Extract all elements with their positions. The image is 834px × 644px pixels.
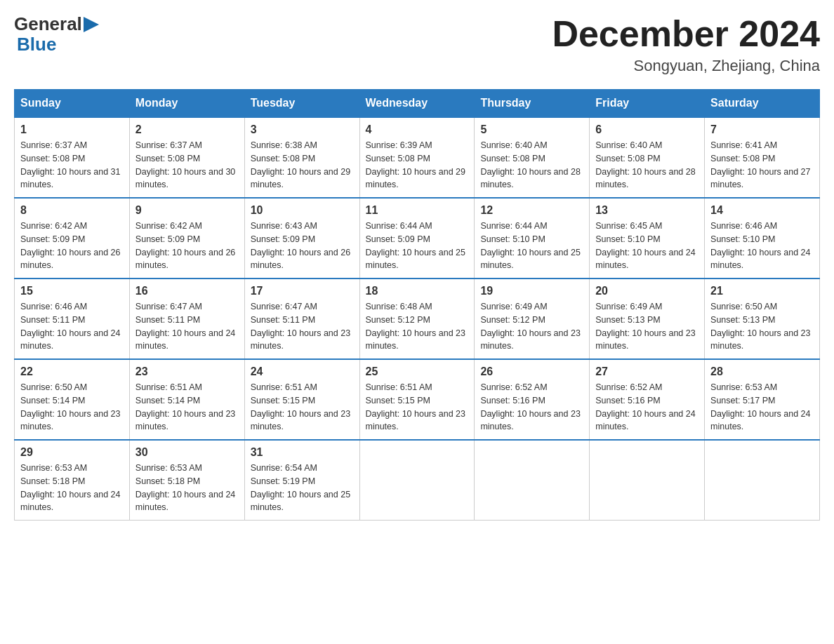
daylight-label: Daylight: 10 hours and 24 minutes. (710, 248, 810, 271)
day-info: Sunrise: 6:40 AM Sunset: 5:08 PM Dayligh… (595, 139, 699, 192)
day-number: 21 (710, 285, 814, 297)
day-info: Sunrise: 6:45 AM Sunset: 5:10 PM Dayligh… (595, 220, 699, 272)
logo: General Blue (14, 14, 99, 54)
sunrise-label: Sunrise: 6:43 AM (251, 221, 317, 231)
daylight-label: Daylight: 10 hours and 29 minutes. (366, 167, 465, 190)
day-number: 2 (135, 123, 239, 136)
calendar-cell: 8 Sunrise: 6:42 AM Sunset: 5:09 PM Dayli… (15, 198, 130, 279)
sunrise-label: Sunrise: 6:46 AM (20, 302, 87, 311)
daylight-label: Daylight: 10 hours and 27 minutes. (710, 167, 810, 190)
calendar-week-row: 22 Sunrise: 6:50 AM Sunset: 5:14 PM Dayl… (15, 359, 820, 440)
daylight-label: Daylight: 10 hours and 26 minutes. (20, 248, 120, 271)
day-number: 7 (710, 123, 814, 136)
day-info: Sunrise: 6:39 AM Sunset: 5:08 PM Dayligh… (366, 139, 469, 192)
day-info: Sunrise: 6:48 AM Sunset: 5:12 PM Dayligh… (366, 300, 469, 353)
sunrise-label: Sunrise: 6:40 AM (480, 140, 547, 150)
calendar-cell: 20 Sunrise: 6:49 AM Sunset: 5:13 PM Dayl… (590, 279, 705, 359)
day-info: Sunrise: 6:50 AM Sunset: 5:14 PM Dayligh… (20, 381, 124, 434)
calendar-week-row: 8 Sunrise: 6:42 AM Sunset: 5:09 PM Dayli… (15, 198, 820, 279)
daylight-label: Daylight: 10 hours and 24 minutes. (20, 328, 120, 351)
daylight-label: Daylight: 10 hours and 30 minutes. (135, 167, 235, 190)
calendar-cell (359, 440, 475, 521)
logo-arrow-icon (84, 17, 99, 32)
sunrise-label: Sunrise: 6:51 AM (251, 382, 317, 392)
day-info: Sunrise: 6:47 AM Sunset: 5:11 PM Dayligh… (135, 300, 239, 353)
calendar-cell: 31 Sunrise: 6:54 AM Sunset: 5:19 PM Dayl… (244, 440, 359, 521)
logo-general-text: General (14, 14, 82, 34)
daylight-label: Daylight: 10 hours and 23 minutes. (251, 409, 350, 432)
calendar-cell: 23 Sunrise: 6:51 AM Sunset: 5:14 PM Dayl… (129, 359, 244, 440)
sunset-label: Sunset: 5:08 PM (480, 154, 545, 163)
calendar-cell (705, 440, 820, 521)
sunset-label: Sunset: 5:08 PM (710, 154, 775, 163)
day-info: Sunrise: 6:53 AM Sunset: 5:18 PM Dayligh… (135, 462, 239, 514)
calendar-cell: 14 Sunrise: 6:46 AM Sunset: 5:10 PM Dayl… (705, 198, 820, 279)
sunrise-label: Sunrise: 6:53 AM (135, 463, 202, 473)
day-number: 3 (251, 123, 354, 136)
daylight-label: Daylight: 10 hours and 23 minutes. (366, 328, 465, 351)
sunset-label: Sunset: 5:12 PM (480, 315, 545, 325)
day-info: Sunrise: 6:41 AM Sunset: 5:08 PM Dayligh… (710, 139, 814, 192)
calendar-header-row: SundayMondayTuesdayWednesdayThursdayFrid… (15, 90, 820, 118)
sunset-label: Sunset: 5:14 PM (20, 396, 85, 405)
calendar-table: SundayMondayTuesdayWednesdayThursdayFrid… (14, 89, 820, 521)
daylight-label: Daylight: 10 hours and 24 minutes. (20, 490, 120, 513)
daylight-label: Daylight: 10 hours and 24 minutes. (710, 409, 810, 432)
sunrise-label: Sunrise: 6:49 AM (595, 302, 662, 311)
day-number: 8 (20, 204, 124, 217)
calendar-cell: 18 Sunrise: 6:48 AM Sunset: 5:12 PM Dayl… (359, 279, 475, 359)
sunrise-label: Sunrise: 6:42 AM (135, 221, 202, 231)
day-info: Sunrise: 6:40 AM Sunset: 5:08 PM Dayligh… (480, 139, 583, 192)
sunrise-label: Sunrise: 6:44 AM (366, 221, 432, 231)
day-number: 19 (480, 285, 583, 297)
sunrise-label: Sunrise: 6:51 AM (135, 382, 202, 392)
day-number: 18 (366, 285, 469, 297)
calendar-cell: 9 Sunrise: 6:42 AM Sunset: 5:09 PM Dayli… (129, 198, 244, 279)
sunset-label: Sunset: 5:08 PM (595, 154, 660, 163)
calendar-cell: 15 Sunrise: 6:46 AM Sunset: 5:11 PM Dayl… (15, 279, 130, 359)
calendar-cell: 13 Sunrise: 6:45 AM Sunset: 5:10 PM Dayl… (590, 198, 705, 279)
sunset-label: Sunset: 5:09 PM (366, 234, 430, 244)
sunset-label: Sunset: 5:12 PM (366, 315, 430, 325)
day-info: Sunrise: 6:52 AM Sunset: 5:16 PM Dayligh… (595, 381, 699, 434)
calendar-cell: 27 Sunrise: 6:52 AM Sunset: 5:16 PM Dayl… (590, 359, 705, 440)
day-number: 24 (251, 365, 354, 378)
daylight-label: Daylight: 10 hours and 23 minutes. (20, 409, 120, 432)
day-number: 5 (480, 123, 583, 136)
sunrise-label: Sunrise: 6:53 AM (20, 463, 87, 473)
calendar-cell: 5 Sunrise: 6:40 AM Sunset: 5:08 PM Dayli… (475, 117, 590, 198)
day-number: 17 (251, 285, 354, 297)
location-subtitle: Songyuan, Zhejiang, China (552, 57, 820, 75)
calendar-cell: 7 Sunrise: 6:41 AM Sunset: 5:08 PM Dayli… (705, 117, 820, 198)
sunset-label: Sunset: 5:10 PM (595, 234, 660, 244)
calendar-cell: 10 Sunrise: 6:43 AM Sunset: 5:09 PM Dayl… (244, 198, 359, 279)
daylight-label: Daylight: 10 hours and 23 minutes. (480, 409, 580, 432)
calendar-week-row: 15 Sunrise: 6:46 AM Sunset: 5:11 PM Dayl… (15, 279, 820, 359)
day-number: 16 (135, 285, 239, 297)
day-number: 13 (595, 204, 699, 217)
sunrise-label: Sunrise: 6:37 AM (20, 140, 87, 150)
day-number: 25 (366, 365, 469, 378)
sunrise-label: Sunrise: 6:50 AM (710, 302, 777, 311)
day-number: 27 (595, 365, 699, 378)
day-info: Sunrise: 6:46 AM Sunset: 5:11 PM Dayligh… (20, 300, 124, 353)
daylight-label: Daylight: 10 hours and 25 minutes. (480, 248, 580, 271)
daylight-label: Daylight: 10 hours and 24 minutes. (595, 248, 695, 271)
sunrise-label: Sunrise: 6:49 AM (480, 302, 547, 311)
daylight-label: Daylight: 10 hours and 23 minutes. (595, 328, 695, 351)
sunrise-label: Sunrise: 6:41 AM (710, 140, 777, 150)
day-header-sunday: Sunday (15, 90, 130, 118)
daylight-label: Daylight: 10 hours and 23 minutes. (480, 328, 580, 351)
day-info: Sunrise: 6:49 AM Sunset: 5:13 PM Dayligh… (595, 300, 699, 353)
calendar-cell: 1 Sunrise: 6:37 AM Sunset: 5:08 PM Dayli… (15, 117, 130, 198)
sunset-label: Sunset: 5:10 PM (480, 234, 545, 244)
sunrise-label: Sunrise: 6:47 AM (251, 302, 317, 311)
day-info: Sunrise: 6:51 AM Sunset: 5:15 PM Dayligh… (251, 381, 354, 434)
day-info: Sunrise: 6:51 AM Sunset: 5:14 PM Dayligh… (135, 381, 239, 434)
sunset-label: Sunset: 5:18 PM (135, 476, 200, 486)
sunrise-label: Sunrise: 6:52 AM (480, 382, 547, 392)
day-number: 31 (251, 446, 354, 459)
day-info: Sunrise: 6:44 AM Sunset: 5:09 PM Dayligh… (366, 220, 469, 272)
sunrise-label: Sunrise: 6:50 AM (20, 382, 87, 392)
sunset-label: Sunset: 5:19 PM (251, 476, 315, 486)
